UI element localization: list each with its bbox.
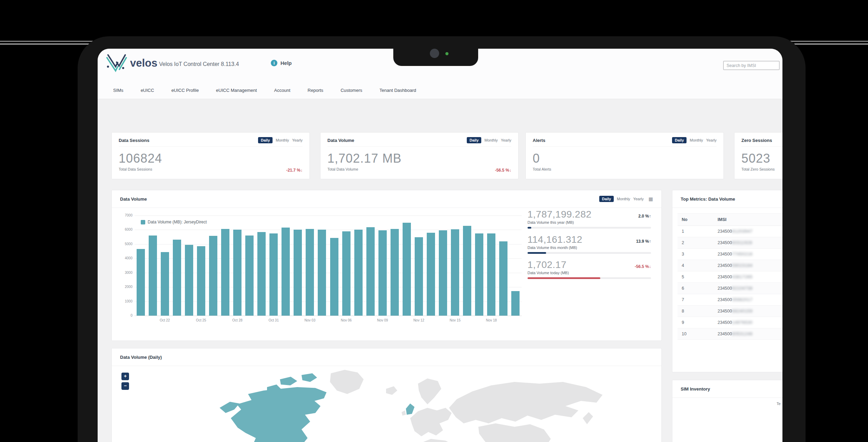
table-row[interactable]: 923450014976530 (678, 317, 782, 328)
toggle-monthly[interactable]: Monthly (276, 138, 289, 142)
bar-nov-17[interactable] (475, 233, 483, 316)
toggle-daily[interactable]: Daily (672, 137, 687, 143)
bar-nov-03[interactable] (306, 229, 314, 316)
bar-oct-22[interactable] (161, 252, 169, 316)
toggle-monthly[interactable]: Monthly (690, 138, 703, 142)
delta-badge: -56.5 %↓ (495, 168, 511, 173)
table-row[interactable]: 123450081203947 (678, 226, 782, 237)
imsi-redacted: 92104738 (732, 286, 753, 291)
bar-nov-16[interactable] (463, 226, 471, 316)
bar-nov-13[interactable] (427, 233, 435, 316)
sim-inventory-panel: SIM Inventory Te (672, 380, 782, 442)
y-axis-tick: 7000 (119, 213, 132, 217)
panel-header: Data Volume (Daily) (112, 348, 661, 366)
bar-oct-24[interactable] (185, 245, 193, 316)
toggle-daily[interactable]: Daily (467, 137, 481, 143)
bar-oct-20[interactable] (137, 249, 145, 316)
nav-item-tenant-dashboard[interactable]: Tenant Dashboard (379, 88, 416, 93)
search-input[interactable] (723, 61, 780, 70)
nav-item-sims[interactable]: SIMs (113, 88, 124, 93)
period-toggle: DailyMonthlyYearly (599, 196, 644, 202)
bar-oct-21[interactable] (149, 236, 157, 316)
toggle-daily[interactable]: Daily (258, 137, 273, 143)
bar-oct-27[interactable] (221, 229, 229, 316)
toggle-yearly[interactable]: Yearly (292, 138, 303, 142)
bar-nov-07[interactable] (354, 230, 363, 316)
grid-menu-icon[interactable]: ▦ (649, 196, 653, 202)
table-row[interactable]: 323450077450216 (678, 249, 782, 260)
bars (135, 215, 522, 316)
column-header-imsi: IMSI (713, 214, 782, 226)
progress-fill (527, 252, 546, 254)
table-row[interactable]: 1023450080531246 (678, 328, 782, 340)
imsi-value: 23450081203947 (713, 226, 782, 237)
bar-nov-04[interactable] (318, 230, 326, 316)
map-zoom-out-button[interactable]: − (121, 382, 129, 390)
nav-item-euicc-management[interactable]: eUICC Management (216, 88, 257, 93)
bar-oct-26[interactable] (209, 236, 217, 316)
bar-oct-31[interactable] (269, 233, 278, 316)
card-title: Zero Sessions (741, 138, 772, 143)
bar-nov-08[interactable] (366, 227, 375, 316)
bar-nov-14[interactable] (439, 230, 447, 316)
table-row[interactable]: 223450060311928 (678, 237, 782, 249)
page: { "header": { "logo_text": "velos", "tit… (0, 0, 868, 442)
bar-oct-25[interactable] (197, 246, 205, 316)
table-row[interactable]: 723450035982017 (678, 294, 782, 306)
nav-item-reports[interactable]: Reports (308, 88, 324, 93)
toggle-yearly[interactable]: Yearly (633, 197, 644, 201)
panel-title: Data Volume (Daily) (120, 355, 162, 360)
y-axis-tick: 2000 (119, 285, 132, 289)
bar-oct-30[interactable] (257, 232, 266, 316)
bar-nov-06[interactable] (342, 231, 351, 316)
nav-item-euicc[interactable]: eUICC (141, 88, 154, 93)
toggle-daily[interactable]: Daily (599, 196, 614, 202)
imsi-redacted: 80531246 (732, 332, 753, 336)
bar-nov-09[interactable] (378, 230, 387, 316)
nav-item-account[interactable]: Account (274, 88, 290, 93)
bar-nov-02[interactable] (294, 230, 302, 316)
help-link[interactable]: i Help (271, 60, 292, 66)
bar-nov-05[interactable] (330, 238, 338, 316)
imsi-value: 23450092104738 (713, 283, 782, 294)
sim-inventory-donut-chart[interactable] (707, 419, 782, 442)
bar-nov-01[interactable] (282, 228, 290, 316)
imsi-redacted: 59023184 (732, 263, 753, 268)
bar-nov-12[interactable] (415, 237, 423, 316)
metric-delta: 13.9 %↑ (636, 239, 651, 244)
imsi-value: 23450060311928 (713, 237, 782, 249)
metric-month: 114,161.312 13.9 %↑ Data Volume this mon… (527, 234, 651, 254)
panel-title: Data Volume (120, 196, 147, 202)
toggle-yearly[interactable]: Yearly (501, 138, 511, 142)
toggle-monthly[interactable]: Monthly (617, 197, 630, 201)
stat-card-alerts: Alerts DailyMonthlyYearly 0 Total Alerts (525, 132, 724, 179)
table-row[interactable]: 523450043817265 (678, 271, 782, 283)
bar-nov-19[interactable] (499, 241, 507, 316)
nav-item-customers[interactable]: Customers (341, 88, 362, 93)
toggle-monthly[interactable]: Monthly (484, 138, 498, 142)
progress-track (527, 227, 651, 229)
bar-nov-18[interactable] (487, 233, 495, 316)
card-sublabel: Total Alerts (533, 167, 717, 171)
metric-label: Data Volume today (MB) (527, 271, 651, 275)
bar-nov-15[interactable] (451, 229, 459, 316)
table-row[interactable]: 423450059023184 (678, 260, 782, 271)
table-row[interactable]: 823450068240159 (678, 306, 782, 317)
bar-oct-28[interactable] (233, 230, 241, 316)
metric-delta: -56.5 %↓ (635, 264, 651, 269)
stat-card-zero-sessions: Zero Sessions DailyMonthlyYearly 5023 To… (734, 132, 782, 179)
bar-oct-23[interactable] (173, 240, 181, 316)
bar-oct-29[interactable] (245, 236, 254, 316)
bar-nov-10[interactable] (391, 229, 399, 316)
bar-nov-20[interactable] (511, 291, 520, 316)
nav-item-euicc-profile[interactable]: eUICC Profile (171, 88, 199, 93)
panel-header: Data Volume DailyMonthlyYearly ▦ (112, 190, 661, 208)
card-sublabel: Total Data Volume (327, 167, 511, 171)
map-zoom-in-button[interactable]: + (121, 373, 129, 380)
bar-nov-11[interactable] (403, 223, 411, 316)
world-map[interactable] (215, 366, 647, 442)
imsi-value: 23450014976530 (713, 317, 782, 328)
progress-track (527, 252, 651, 254)
toggle-yearly[interactable]: Yearly (706, 138, 717, 142)
table-row[interactable]: 623450092104738 (678, 283, 782, 294)
